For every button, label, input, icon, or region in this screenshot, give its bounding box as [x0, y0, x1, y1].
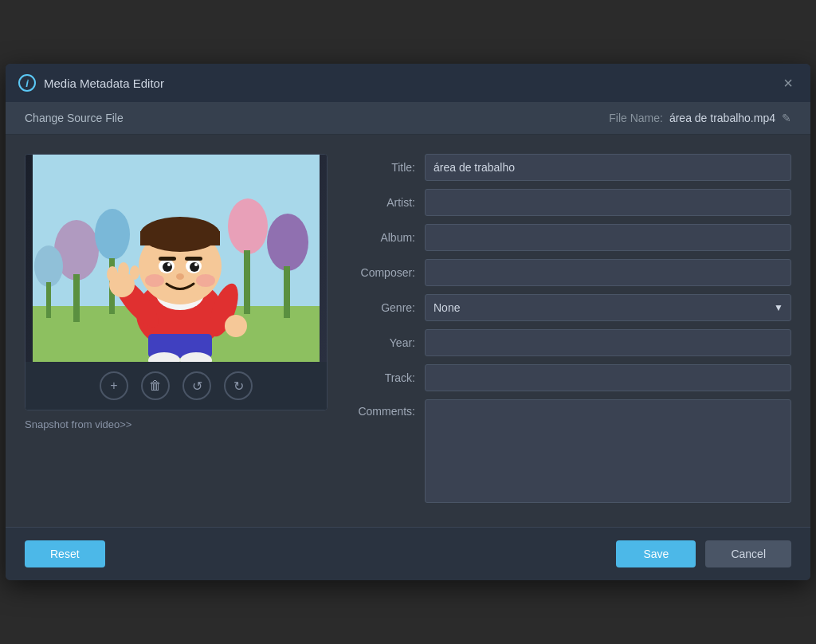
- add-image-button[interactable]: +: [100, 371, 128, 400]
- title-label: Title:: [353, 161, 425, 174]
- file-name-value: área de trabalho.mp4: [669, 112, 775, 124]
- image-preview: [26, 155, 327, 362]
- year-field-row: Year:: [353, 329, 791, 356]
- title-field-row: Title:: [353, 154, 791, 181]
- artist-field-row: Artist:: [353, 189, 791, 216]
- change-source-button[interactable]: Change Source File: [25, 112, 124, 124]
- cancel-button[interactable]: Cancel: [705, 540, 791, 567]
- svg-point-10: [34, 245, 63, 287]
- svg-point-20: [190, 262, 199, 272]
- composer-label: Composer:: [353, 266, 425, 279]
- svg-point-19: [163, 262, 172, 272]
- comments-textarea[interactable]: [425, 399, 791, 503]
- svg-rect-16: [140, 231, 220, 245]
- reset-button[interactable]: Reset: [25, 540, 105, 567]
- composer-input[interactable]: [425, 259, 791, 286]
- svg-point-25: [176, 273, 184, 280]
- album-field-row: Album:: [353, 224, 791, 251]
- svg-point-6: [228, 198, 268, 254]
- track-input[interactable]: [425, 364, 791, 391]
- composer-field-row: Composer:: [353, 259, 791, 286]
- svg-point-30: [107, 266, 118, 282]
- info-icon: i: [18, 74, 36, 92]
- close-button[interactable]: ×: [779, 73, 798, 92]
- svg-point-32: [130, 265, 139, 280]
- save-button[interactable]: Save: [616, 540, 696, 567]
- album-input[interactable]: [425, 224, 791, 251]
- footer-right: Save Cancel: [616, 540, 791, 567]
- dialog-window: i Media Metadata Editor × Change Source …: [6, 64, 810, 580]
- title-bar-left: i Media Metadata Editor: [18, 74, 164, 92]
- artist-input[interactable]: [425, 189, 791, 216]
- artist-label: Artist:: [353, 196, 425, 209]
- year-label: Year:: [353, 336, 425, 349]
- svg-rect-11: [46, 282, 51, 318]
- svg-point-8: [267, 214, 308, 271]
- album-label: Album:: [353, 231, 425, 244]
- image-container: + 🗑 ↺ ↻: [25, 154, 328, 410]
- svg-rect-3: [73, 274, 80, 322]
- file-name-label: File Name:: [609, 112, 663, 124]
- redo-button[interactable]: ↻: [224, 371, 253, 400]
- plus-icon: +: [110, 379, 117, 393]
- genre-select[interactable]: None Pop Rock Jazz Classical Electronic …: [425, 294, 791, 321]
- svg-point-34: [225, 315, 247, 337]
- track-field-row: Track:: [353, 364, 791, 391]
- comments-field-row: Comments:: [353, 399, 791, 503]
- title-input[interactable]: [425, 154, 791, 181]
- left-panel: + 🗑 ↺ ↻ Snapshot from video>>: [25, 154, 328, 511]
- svg-point-26: [145, 274, 164, 287]
- file-name-row: File Name: área de trabalho.mp4 ✎: [609, 112, 791, 124]
- dialog-title: Media Metadata Editor: [44, 77, 164, 90]
- toolbar-row: Change Source File File Name: área de tr…: [6, 102, 810, 135]
- right-panel: Title: Artist: Album: Composer: Genre:: [353, 154, 791, 511]
- svg-point-22: [194, 263, 198, 266]
- svg-rect-7: [244, 250, 250, 314]
- svg-point-21: [167, 263, 171, 266]
- footer: Reset Save Cancel: [6, 527, 810, 580]
- image-toolbar: + 🗑 ↺ ↻: [26, 362, 327, 410]
- title-bar: i Media Metadata Editor ×: [6, 64, 810, 102]
- svg-rect-9: [284, 266, 290, 318]
- trash-icon: 🗑: [149, 379, 162, 393]
- delete-image-button[interactable]: 🗑: [141, 371, 170, 400]
- comments-label: Comments:: [353, 399, 425, 418]
- svg-rect-24: [185, 257, 202, 261]
- year-input[interactable]: [425, 329, 791, 356]
- undo-icon: ↺: [192, 379, 202, 394]
- genre-field-row: Genre: None Pop Rock Jazz Classical Elec…: [353, 294, 791, 321]
- track-label: Track:: [353, 371, 425, 384]
- svg-rect-23: [159, 257, 176, 261]
- redo-icon: ↻: [233, 379, 244, 394]
- main-content: + 🗑 ↺ ↻ Snapshot from video>>: [6, 135, 810, 527]
- edit-filename-icon[interactable]: ✎: [782, 112, 791, 124]
- genre-select-wrapper: None Pop Rock Jazz Classical Electronic …: [425, 294, 791, 321]
- svg-point-4: [95, 209, 130, 260]
- genre-label: Genre:: [353, 301, 425, 314]
- svg-point-27: [196, 274, 215, 287]
- undo-button[interactable]: ↺: [182, 371, 211, 400]
- snapshot-link[interactable]: Snapshot from video>>: [25, 418, 131, 430]
- svg-point-31: [118, 262, 129, 278]
- cartoon-image: [26, 155, 327, 362]
